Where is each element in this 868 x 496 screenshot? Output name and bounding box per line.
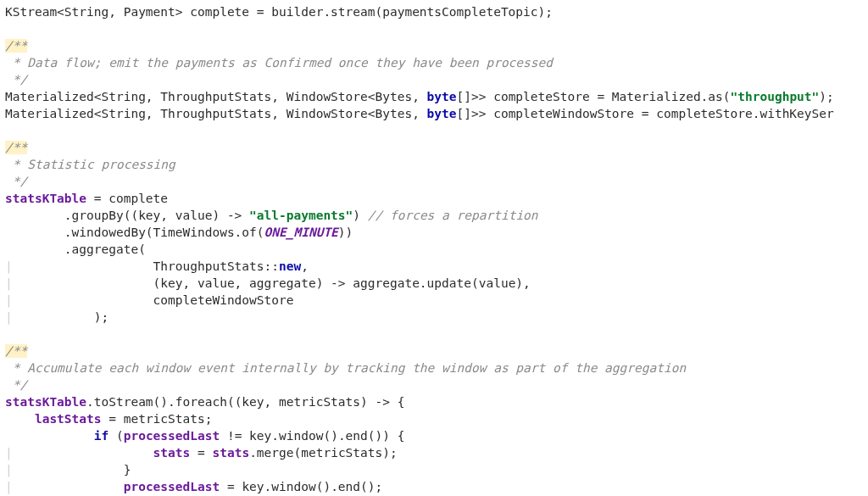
code-line: completeWindowStore — [35, 293, 294, 307]
code-line: KStream<String, Payment> complete = buil… — [5, 5, 553, 19]
comment-open: /** — [5, 344, 27, 358]
inline-comment: // forces a repartition — [368, 209, 538, 222]
comment-open: /** — [5, 141, 27, 154]
keyword-byte: byte — [427, 107, 457, 120]
indent-guide: | — [5, 259, 35, 273]
comment-line: * Statistic processing — [5, 158, 175, 171]
keyword-byte: byte — [427, 90, 457, 103]
indent-guide: | — [5, 446, 35, 460]
code-line: Materialized<String, ThroughputStats, Wi… — [5, 107, 427, 120]
comment-line: * Accumulate each window event internall… — [5, 361, 686, 375]
comment-line: * Data flow; emit the payments as Confir… — [5, 56, 553, 70]
code-block: KStream<String, Payment> complete = buil… — [0, 0, 868, 496]
field-processedLast: processedLast — [124, 429, 220, 443]
code-line: (key, value, aggregate) -> aggregate.upd… — [35, 276, 531, 290]
indent-guide: | — [5, 463, 35, 476]
comment-close: */ — [5, 73, 27, 86]
field-processedLast: processedLast — [124, 480, 220, 493]
comment-close: */ — [5, 378, 27, 392]
code-line: } — [35, 463, 131, 476]
constant-one-minute: ONE_MINUTE — [264, 226, 338, 239]
indent-guide: | — [5, 276, 35, 290]
code-line: .windowedBy(TimeWindows.of( — [5, 226, 264, 239]
field-statsKTable: statsKTable — [5, 395, 86, 409]
code-line: Materialized<String, ThroughputStats, Wi… — [5, 90, 427, 103]
code-line: ); — [35, 310, 108, 324]
string-literal: "throughput" — [731, 90, 820, 103]
keyword-new: new — [279, 259, 301, 273]
comment-open: /** — [5, 39, 27, 53]
field-statsKTable: statsKTable — [5, 192, 86, 205]
comment-close: */ — [5, 175, 27, 188]
indent-guide: | — [5, 293, 35, 307]
string-literal: "all-payments" — [249, 209, 353, 222]
code-line: .groupBy((key, value) -> — [5, 209, 249, 222]
field-stats: stats — [212, 446, 249, 460]
keyword-if: if — [94, 429, 108, 443]
field-lastStats: lastStats — [35, 412, 102, 426]
code-line: .aggregate( — [5, 242, 146, 256]
field-stats: stats — [153, 446, 191, 460]
indent-guide: | — [5, 310, 35, 324]
indent-guide: | — [5, 480, 35, 493]
